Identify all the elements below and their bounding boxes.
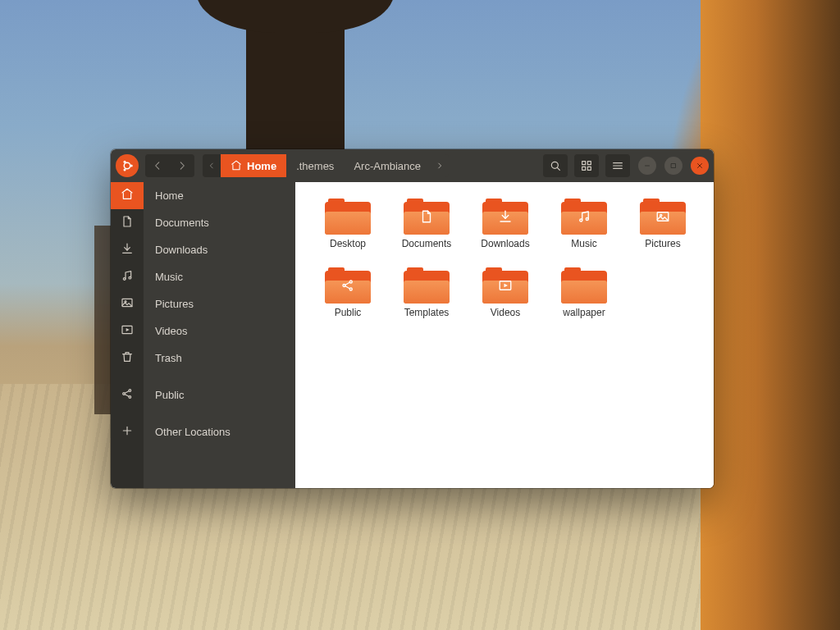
sidebar-item-trash[interactable]: Trash [144,345,295,372]
folder-label: Music [571,238,596,249]
rail-item-documents[interactable] [111,209,144,236]
trash-icon [121,350,134,367]
rail-item-home[interactable] [111,182,144,209]
sidebar-item-pictures[interactable]: Pictures [144,290,295,317]
rail-item-downloads[interactable] [111,236,144,263]
rail-item-public[interactable] [111,381,144,409]
download-icon [121,242,134,258]
sidebar-item-label: Trash [155,352,182,364]
breadcrumb-label: .themes [296,160,334,172]
folder-label: Documents [402,238,452,249]
folder-label: Desktop [330,238,366,249]
sidebar-item-label: Home [155,189,184,202]
picture-icon [121,296,134,313]
breadcrumb: Home .themes Arc-Ambiance [203,154,449,177]
rail-item-pictures[interactable] [111,290,144,317]
folder-icon [561,267,607,304]
sidebar-item-home[interactable]: Home [144,182,295,209]
menu-icon [611,159,624,172]
folder-documents[interactable]: Documents [389,195,464,253]
breadcrumb-label: Home [247,160,276,172]
view-grid-button[interactable] [574,154,599,177]
folder-icon [640,199,686,235]
sidebar-item-label: Music [155,271,183,283]
breadcrumb-home[interactable]: Home [221,154,286,177]
sidebar-item-label: Other Locations [155,426,231,438]
folder-icon [325,199,371,235]
window-minimize-button[interactable] [638,157,656,175]
music-icon [121,269,134,285]
nav-buttons [145,154,194,177]
breadcrumb-next-button[interactable] [431,154,449,177]
sidebar-item-downloads[interactable]: Downloads [144,236,295,263]
folder-label: Templates [404,307,450,318]
rail-item-trash[interactable] [111,345,144,372]
folder-label: Public [335,307,362,318]
window-maximize-button[interactable] [664,157,682,175]
places-rail [111,182,144,488]
hamburger-menu-button[interactable] [605,154,630,177]
rail-item-music[interactable] [111,263,144,290]
file-manager-window: Home .themes Arc-Ambiance HomeDocumentsD… [111,149,714,488]
search-icon [549,159,562,172]
folder-icon [404,199,450,235]
folder-grid: Desktop Documents Downloads Music Pictur… [310,195,699,322]
sidebar-item-label: Pictures [155,298,194,310]
video-icon [121,323,134,340]
folder-icon [325,267,371,304]
breadcrumb-arc-ambiance[interactable]: Arc-Ambiance [344,154,431,177]
sidebar-item-label: Public [155,389,184,401]
maximize-icon [669,162,678,170]
sidebar-item-videos[interactable]: Videos [144,317,295,345]
document-icon [121,215,134,231]
places-sidebar: HomeDocumentsDownloadsMusicPicturesVideo… [144,182,295,488]
breadcrumb-themes[interactable]: .themes [286,154,344,177]
plus-icon [121,424,134,441]
breadcrumb-prev-button[interactable] [203,154,221,177]
back-button[interactable] [145,154,170,177]
home-icon [231,160,242,171]
folder-icon [404,267,450,304]
breadcrumb-label: Arc-Ambiance [354,160,421,172]
folder-icon [482,199,528,235]
folder-label: Downloads [481,238,529,249]
forward-button[interactable] [170,154,194,177]
folder-downloads[interactable]: Downloads [468,195,543,253]
window-close-button[interactable] [691,157,709,175]
folder-public[interactable]: Public [310,264,386,322]
folder-wallpaper[interactable]: wallpaper [546,264,622,322]
folder-icon [482,267,528,304]
folder-templates[interactable]: Templates [389,264,464,322]
minimize-icon [643,162,651,170]
search-button[interactable] [543,154,568,177]
folder-pictures[interactable]: Pictures [625,195,701,253]
share-icon [121,387,134,404]
sidebar-item-other-locations[interactable]: Other Locations [144,418,295,445]
sidebar-item-music[interactable]: Music [144,263,295,290]
folder-desktop[interactable]: Desktop [310,195,386,253]
folder-view[interactable]: Desktop Documents Downloads Music Pictur… [295,182,714,488]
folder-label: wallpaper [563,307,605,318]
close-icon [696,162,704,170]
folder-videos[interactable]: Videos [468,264,543,322]
sidebar-item-label: Videos [155,325,188,337]
ubuntu-logo-icon [116,154,139,177]
folder-label: Pictures [645,238,680,249]
sidebar-item-label: Documents [155,217,209,229]
sidebar-item-label: Downloads [155,244,208,256]
folder-music[interactable]: Music [546,195,622,253]
grid-icon [580,159,593,172]
folder-icon [561,199,607,235]
rail-item-other[interactable] [111,418,144,445]
sidebar-item-public[interactable]: Public [144,381,295,409]
home-icon [121,188,134,204]
titlebar: Home .themes Arc-Ambiance [111,149,714,182]
sidebar-item-documents[interactable]: Documents [144,209,295,236]
rail-item-videos[interactable] [111,317,144,345]
folder-label: Videos [491,307,520,318]
